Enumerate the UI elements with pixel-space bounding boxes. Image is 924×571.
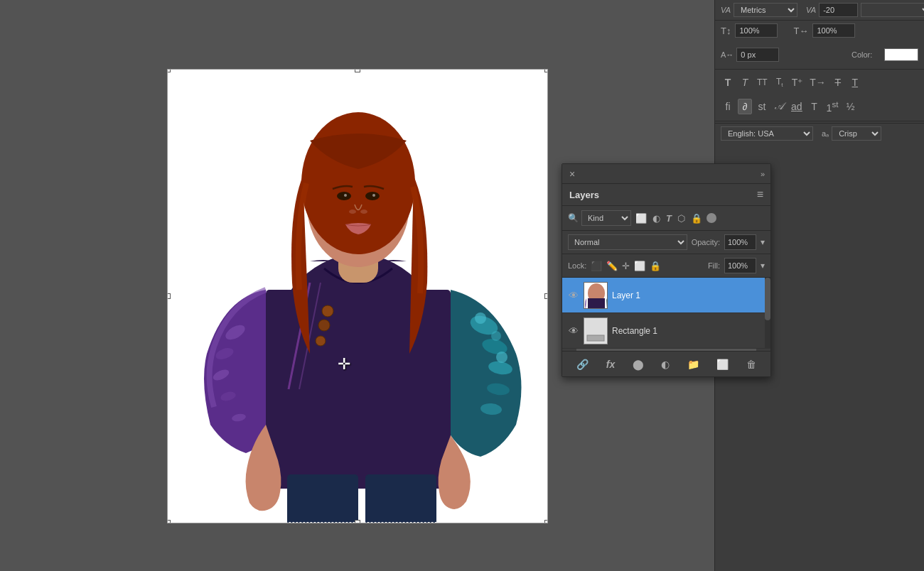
lock-position-icon[interactable]: ✛ xyxy=(622,261,630,271)
format-t-normal[interactable]: T xyxy=(807,99,822,114)
color-label: Color: xyxy=(852,50,880,59)
handle-middle-left[interactable] xyxy=(167,293,171,299)
format-t-superscript[interactable]: Tt xyxy=(773,75,787,89)
layers-panel-title: Layers xyxy=(569,190,599,200)
scale-h-icon: T↕ xyxy=(721,26,731,36)
format-st-ligature[interactable]: st xyxy=(755,99,769,114)
svg-point-13 xyxy=(475,312,486,324)
opacity-input[interactable] xyxy=(724,234,756,250)
svg-rect-28 xyxy=(287,474,358,523)
layer-item-rectangle-1[interactable]: 👁 Rectangle 1 xyxy=(562,313,770,349)
tracking-value-input[interactable] xyxy=(819,3,858,17)
antialiasing-dropdown[interactable]: Crisp xyxy=(832,126,881,141)
layers-mode-row: Normal Opacity: ▾ xyxy=(562,231,770,254)
format-script[interactable]: 𝒜 xyxy=(772,99,786,114)
filter-toggle-circle[interactable] xyxy=(707,213,716,223)
add-mask-button[interactable]: ⬤ xyxy=(630,357,647,371)
format-t-bold[interactable]: T xyxy=(721,75,735,89)
layers-menu-button[interactable]: ≡ xyxy=(757,188,763,201)
svg-point-25 xyxy=(372,194,375,197)
scale-v-icon: T↔ xyxy=(793,26,808,36)
language-row: English: USA aₐ Crisp xyxy=(715,123,924,143)
format-t-underline[interactable]: T xyxy=(848,75,862,89)
lock-label: Lock: xyxy=(568,261,586,270)
text-filter-icon[interactable]: T xyxy=(665,212,673,225)
handle-top-right[interactable] xyxy=(544,69,548,72)
svg-rect-33 xyxy=(588,298,605,309)
layers-scrollbar[interactable] xyxy=(765,278,770,349)
text-format-row-1: T T TT Tt T⁺ T→ T T xyxy=(715,71,924,94)
lock-transparent-icon[interactable]: ⬛ xyxy=(591,261,602,271)
filter-kind-dropdown[interactable]: Kind xyxy=(581,210,631,226)
handle-top-center[interactable] xyxy=(355,69,360,72)
fill-chevron[interactable]: ▾ xyxy=(761,261,765,271)
svg-point-17 xyxy=(318,320,330,331)
rectangle-1-thumbnail xyxy=(584,317,608,344)
tracking-dropdown[interactable] xyxy=(861,3,924,17)
link-layers-button[interactable]: 🔗 xyxy=(574,357,591,371)
aa-label: aₐ xyxy=(822,129,829,138)
format-t-vec[interactable]: T→ xyxy=(807,75,828,89)
svg-point-14 xyxy=(491,331,501,341)
scale-v-input[interactable] xyxy=(812,23,855,38)
add-adjustment-button[interactable]: ◐ xyxy=(658,357,672,371)
layers-close-button[interactable]: × xyxy=(568,170,576,178)
handle-bottom-left[interactable] xyxy=(167,520,171,523)
handle-middle-right[interactable] xyxy=(544,293,548,299)
format-fi-ligature[interactable]: fi xyxy=(721,99,735,114)
handle-bottom-right[interactable] xyxy=(544,520,548,523)
pixel-filter-icon[interactable]: ⬜ xyxy=(634,212,648,225)
svg-point-23 xyxy=(365,192,380,200)
format-t-frac[interactable]: T⁺ xyxy=(790,75,805,89)
layer-1-visibility-toggle[interactable]: 👁 xyxy=(568,290,579,301)
format-ordinal[interactable]: 1st xyxy=(824,98,841,115)
fill-input[interactable] xyxy=(724,258,756,273)
layers-lock-row: Lock: ⬛ ✏️ ✛ ⬜ 🔒 Fill: ▾ xyxy=(562,254,770,278)
adjustment-filter-icon[interactable]: ◐ xyxy=(651,212,662,225)
tracking-color-row: A↔ Color: xyxy=(715,45,924,65)
va-label: VA xyxy=(721,6,731,14)
shape-filter-icon[interactable]: ⬡ xyxy=(676,212,687,225)
smart-filter-icon[interactable]: 🔒 xyxy=(689,212,704,225)
rectangle-1-visibility-toggle[interactable]: 👁 xyxy=(568,325,579,337)
handle-top-left[interactable] xyxy=(167,69,171,72)
color-swatch[interactable] xyxy=(884,48,918,61)
svg-point-22 xyxy=(337,192,351,200)
delete-layer-button[interactable]: 🗑 xyxy=(743,357,759,371)
blend-mode-dropdown[interactable]: Normal xyxy=(568,234,687,250)
rectangle-1-name: Rectangle 1 xyxy=(612,326,657,336)
new-group-button[interactable]: 📁 xyxy=(684,357,702,371)
layers-scrollbar-thumb[interactable] xyxy=(765,278,770,320)
metrics-dropdown[interactable]: Metrics xyxy=(734,3,797,17)
svg-rect-35 xyxy=(587,335,604,341)
format-fraction[interactable]: ½ xyxy=(843,99,857,114)
handle-bottom-center[interactable] xyxy=(355,520,360,523)
layer-1-thumbnail xyxy=(584,282,608,309)
scale-h-input[interactable] xyxy=(735,23,778,38)
format-underline-a[interactable]: ad xyxy=(789,99,805,114)
tracking-px-input[interactable] xyxy=(736,48,779,62)
va-right-label: VA xyxy=(806,6,816,14)
lock-artboard-icon[interactable]: ⬜ xyxy=(634,261,645,271)
canvas-image[interactable]: ✛ xyxy=(167,69,548,523)
format-t-strike[interactable]: T xyxy=(831,75,845,89)
lock-pixels-icon[interactable]: ✏️ xyxy=(606,261,618,271)
format-tt-caps[interactable]: TT xyxy=(755,76,770,89)
text-format-row-2: fi ∂ st 𝒜 ad T 1st ½ xyxy=(715,94,924,119)
language-dropdown[interactable]: English: USA xyxy=(721,126,813,141)
format-t-italic[interactable]: T xyxy=(738,75,752,89)
opacity-chevron[interactable]: ▾ xyxy=(761,237,765,247)
layer-effects-button[interactable]: fx xyxy=(603,357,618,371)
new-layer-button[interactable]: ⬜ xyxy=(714,357,731,371)
tracking-icon: A↔ xyxy=(721,50,734,59)
svg-rect-2 xyxy=(266,290,451,489)
scale-row: T↕ T↔ xyxy=(715,21,924,40)
lock-all-icon[interactable]: 🔒 xyxy=(650,261,661,271)
svg-point-15 xyxy=(496,352,507,363)
layers-list: 👁 Layer 1 👁 Rectangle 1 xyxy=(562,278,770,349)
format-loop[interactable]: ∂ xyxy=(738,99,752,114)
layer-item-1[interactable]: 👁 Layer 1 xyxy=(562,278,770,313)
layers-collapse-button[interactable]: » xyxy=(761,170,765,178)
model-svg: ✛ xyxy=(168,70,548,523)
svg-text:✛: ✛ xyxy=(338,355,350,373)
